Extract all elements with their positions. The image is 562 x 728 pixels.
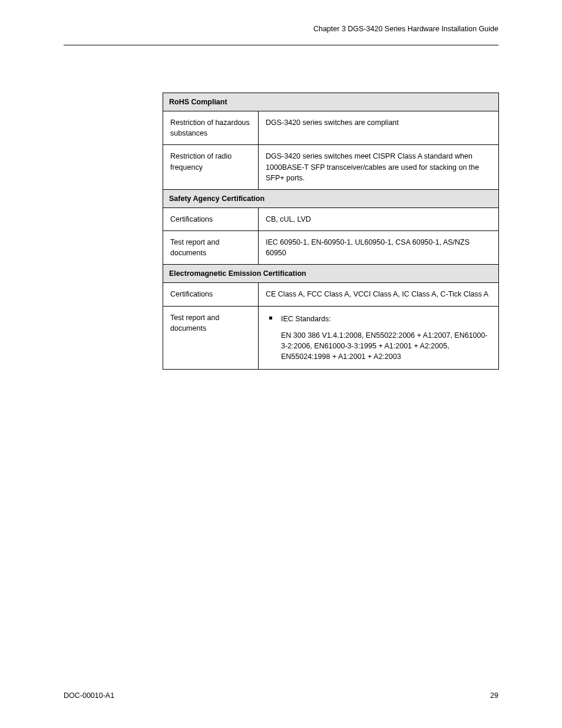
row-label: Test report and documents [163, 231, 259, 265]
header-rule [64, 45, 498, 45]
table-row: Restriction of hazardous substances DGS-… [163, 111, 499, 145]
bullet-main: IEC Standards: [281, 315, 331, 323]
section-header: Electromagnetic Emission Certification [163, 265, 499, 283]
row-value: IEC 60950-1, EN-60950-1, UL60950-1, CSA … [259, 231, 499, 265]
row-label: Test report and documents [163, 306, 259, 370]
table-row: Test report and documents IEC 60950-1, E… [163, 231, 499, 265]
footer-version: DOC-00010-A1 [64, 691, 114, 700]
content-area: RoHS Compliant Restriction of hazardous … [163, 93, 498, 370]
table-row: Restriction of radio frequency DGS-3420 … [163, 145, 499, 189]
row-label: Restriction of radio frequency [163, 145, 259, 189]
row-label: Certifications [163, 283, 259, 306]
running-header: Chapter 3 DGS-3420 Series Hardware Insta… [64, 25, 498, 33]
row-value: CE Class A, FCC Class A, VCCI Class A, I… [259, 283, 499, 306]
row-value: CB, cUL, LVD [259, 207, 499, 230]
row-label: Certifications [163, 207, 259, 230]
table-row: Certifications CE Class A, FCC Class A, … [163, 283, 499, 306]
row-value: IEC Standards: EN 300 386 V1.4.1:2008, E… [259, 306, 499, 370]
page: Chapter 3 DGS-3420 Series Hardware Insta… [0, 0, 562, 728]
section-header: Safety Agency Certification [163, 189, 499, 207]
spec-table: RoHS Compliant Restriction of hazardous … [163, 93, 499, 370]
table-row: Test report and documents IEC Standards:… [163, 306, 499, 370]
section-title: Electromagnetic Emission Certification [163, 265, 499, 283]
bullet-sub: EN 300 386 V1.4.1:2008, EN55022:2006 + A… [281, 330, 491, 362]
bullet-list: IEC Standards: EN 300 386 V1.4.1:2008, E… [266, 314, 491, 363]
table-row: Certifications CB, cUL, LVD [163, 207, 499, 230]
bullet-item: IEC Standards: EN 300 386 V1.4.1:2008, E… [279, 314, 491, 363]
footer-page-number: 29 [490, 691, 498, 700]
page-footer: DOC-00010-A1 29 [64, 691, 498, 700]
row-value: DGS-3420 series switches meet CISPR Clas… [259, 145, 499, 189]
section-title: Safety Agency Certification [163, 189, 499, 207]
row-value: DGS-3420 series switches are compliant [259, 111, 499, 145]
running-title: Chapter 3 DGS-3420 Series Hardware Insta… [313, 25, 498, 33]
section-title: RoHS Compliant [163, 93, 499, 111]
row-label: Restriction of hazardous substances [163, 111, 259, 145]
section-header: RoHS Compliant [163, 93, 499, 111]
